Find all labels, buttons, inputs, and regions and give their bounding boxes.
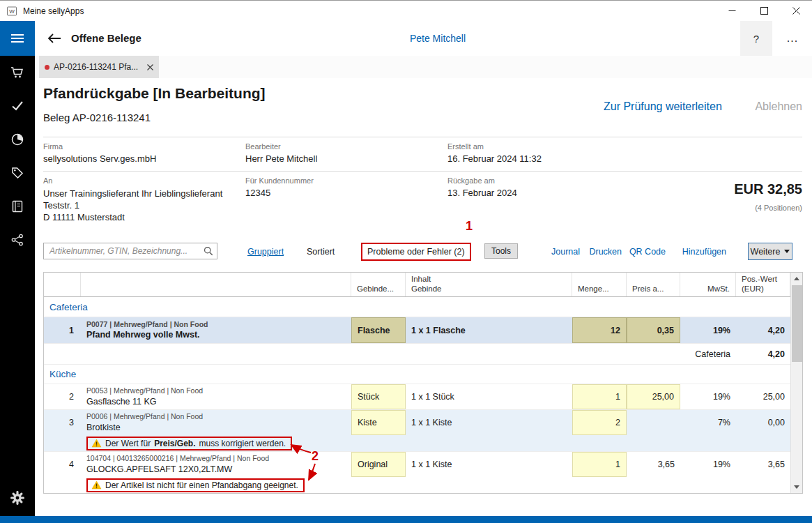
sidebar-item-etiketten[interactable] [0, 156, 35, 190]
scrollbar-thumb[interactable] [792, 285, 802, 362]
header-poswert-line1: Pos.-Wert [742, 275, 777, 285]
header-poswert-line2: (EUR) [742, 285, 764, 294]
vertical-scrollbar[interactable] [790, 273, 802, 493]
divider [43, 171, 802, 172]
warning-icon [91, 480, 102, 490]
help-button[interactable]: ? [740, 21, 772, 56]
table-row-4[interactable]: 4 104704 | 04013265000216 | Mehrweg/Pfan… [44, 451, 790, 477]
menge-cell[interactable]: 12 [572, 317, 627, 343]
header-mwst-label: MwSt. [707, 285, 730, 294]
maximize-button[interactable] [748, 1, 780, 21]
group-header-cafeteria[interactable]: Cafeteria [44, 297, 790, 317]
an-line1: Unser Trainingslieferant Ihr Lieblingsli… [43, 188, 222, 199]
article-cell: 104704 | 04013265000216 | Mehrweg/Pfand … [81, 452, 351, 477]
sortiert-link[interactable]: Sortiert [307, 247, 335, 257]
forward-for-review-button[interactable]: Zur Prüfung weiterleiten [604, 100, 722, 112]
close-button[interactable] [780, 1, 812, 21]
menge-cell[interactable]: 1 [572, 452, 627, 477]
erstellt-value: 16. Februar 2024 11:32 [447, 153, 542, 164]
weitere-label: Weitere [751, 247, 781, 257]
minimize-button[interactable] [716, 1, 748, 21]
scroll-down-button[interactable] [791, 481, 802, 493]
header-menge[interactable]: Menge... [572, 273, 627, 296]
warning-text-pre: Der Wert für [105, 439, 151, 448]
positions-grid: Gebinde... InhaltGebinde Menge... Preis … [44, 273, 790, 493]
warning-row-preis: Der Wert für Preis/Geb. muss korrigiert … [44, 435, 790, 451]
group-header-kueche[interactable]: Küche [44, 364, 790, 384]
article-meta: P0006 | Mehrweg/Pfand | Non Food [86, 412, 203, 422]
scroll-up-button[interactable] [791, 273, 802, 285]
row-number: 2 [44, 384, 81, 409]
settings-button[interactable] [0, 483, 35, 513]
more-options-button[interactable]: ... [777, 21, 808, 56]
app-icon: W [6, 6, 17, 17]
triangle-up-icon [794, 277, 799, 280]
warning-container: Der Artikel ist nicht für einen Pfandabg… [81, 477, 790, 493]
gebinde-cell[interactable]: Stück [351, 384, 406, 409]
probleme-oder-fehler-toggle[interactable]: Probleme oder Fehler (2) [361, 243, 471, 261]
close-icon [147, 64, 153, 70]
an-label: An [43, 176, 222, 185]
back-arrow-icon [47, 32, 62, 45]
warning-container: Der Wert für Preis/Geb. muss korrigiert … [81, 435, 790, 451]
row-number: 4 [44, 452, 81, 477]
gebinde-cell[interactable]: Original [351, 452, 406, 477]
sidebar-item-belege[interactable] [0, 190, 35, 223]
check-icon [10, 99, 24, 113]
header-numcol[interactable] [44, 273, 81, 296]
positions-count: (4 Positionen) [734, 204, 802, 212]
header-gebinde[interactable]: Gebinde... [351, 273, 406, 296]
menge-cell[interactable]: 1 [572, 384, 627, 409]
article-name: Brotkiste [86, 422, 121, 433]
table-header-row: Gebinde... InhaltGebinde Menge... Preis … [44, 273, 790, 297]
positions-table: Gebinde... InhaltGebinde Menge... Preis … [43, 272, 803, 494]
gebinde-cell[interactable]: Flasche [351, 317, 406, 343]
reject-button[interactable]: Ablehnen [755, 100, 802, 112]
menu-button[interactable] [0, 21, 35, 56]
table-row-1[interactable]: 1 P0077 | Mehrweg/Pfand | Non Food Pfand… [44, 317, 790, 343]
back-button[interactable] [43, 30, 66, 47]
document-number: Beleg AP-0216-113241 [43, 112, 151, 123]
sidebar-item-aufgaben[interactable] [0, 89, 35, 123]
journal-link[interactable]: Journal [551, 247, 580, 257]
gebinde-cell[interactable]: Kiste [351, 410, 406, 435]
article-meta: P0053 | Mehrweg/Pfand | Non Food [86, 386, 203, 396]
sidebar-item-auswertungen[interactable] [0, 123, 35, 156]
search-input[interactable] [43, 243, 217, 259]
page-breadcrumb-title: Offene Belege [71, 32, 141, 44]
preis-cell[interactable] [627, 410, 680, 435]
info-rueckgabe: Rückgabe am 13. Februar 2024 [447, 176, 517, 198]
sidebar-item-warenkorb[interactable] [0, 56, 35, 89]
book-icon [10, 199, 24, 213]
header-article[interactable] [81, 273, 351, 296]
menge-cell[interactable]: 2 [572, 410, 627, 435]
qr-code-link[interactable]: QR Code [629, 247, 666, 257]
header-preis[interactable]: Preis a... [627, 273, 680, 296]
user-name[interactable]: Pete Mitchell [410, 33, 466, 44]
maximize-icon [760, 7, 768, 15]
tab-close-button[interactable] [147, 64, 153, 70]
header-gebinde-label: Gebinde... [357, 285, 394, 294]
preis-cell[interactable]: 0,35 [627, 317, 680, 343]
hinzufuegen-link[interactable]: Hinzufügen [682, 247, 726, 257]
pie-chart-icon [10, 132, 24, 146]
weitere-button[interactable]: Weitere [748, 243, 792, 260]
header-preis-label: Preis a... [632, 285, 664, 294]
sidebar-item-teilen[interactable] [0, 223, 35, 257]
table-row-3[interactable]: 3 P0006 | Mehrweg/Pfand | Non Food Brotk… [44, 409, 790, 435]
preis-cell[interactable]: 25,00 [627, 384, 680, 409]
drucken-link[interactable]: Drucken [589, 247, 622, 257]
header-mwst[interactable]: MwSt. [680, 273, 736, 296]
tools-button[interactable]: Tools [484, 243, 518, 259]
header-inhalt[interactable]: InhaltGebinde [406, 273, 572, 296]
gruppiert-link[interactable]: Gruppiert [247, 247, 284, 257]
table-row-2[interactable]: 2 P0053 | Mehrweg/Pfand | Non Food Gasfl… [44, 384, 790, 409]
warning-icon [91, 439, 102, 448]
subtotal-row-cafeteria: Cafeteria 4,20 [44, 343, 790, 364]
tab-beleg[interactable]: AP-0216-113241 Pfa... [39, 56, 159, 78]
hamburger-icon [10, 31, 24, 45]
info-kundennummer: Für Kundennummer 12345 [245, 176, 314, 198]
subtotal-label: Cafeteria [680, 344, 736, 364]
cart-icon [10, 66, 24, 79]
header-poswert[interactable]: Pos.-Wert(EUR) [736, 273, 790, 296]
